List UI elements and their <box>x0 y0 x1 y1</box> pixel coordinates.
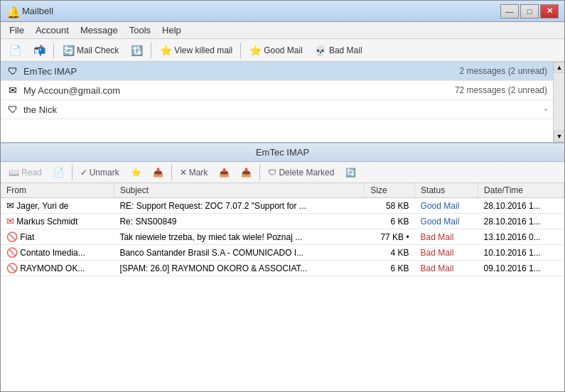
receive-button[interactable]: 📥 <box>148 164 168 181</box>
email-bad-icon: 🚫 <box>6 263 18 273</box>
mark-x-icon: ✕ <box>180 168 187 178</box>
col-header-size[interactable]: Size <box>365 183 415 198</box>
scroll-track[interactable] <box>554 73 564 131</box>
doc-button[interactable]: 📄 <box>48 164 69 181</box>
email-from: 🚫 RAYMOND OK... <box>1 261 114 276</box>
mail-check-label: Mail Check <box>77 45 119 55</box>
account-count-emtec: 2 messages (2 unread) <box>460 66 547 76</box>
email-section: EmTec IMAP 📖 Read 📄 ✓ Unmark ⭐ 📥 <box>1 143 564 391</box>
menu-bar: File Account Message Tools Help <box>1 22 564 39</box>
table-row[interactable]: ✉ Markus Schmidt Re: SNS00849 6 KB Good … <box>1 214 564 229</box>
account-row-nick[interactable]: 🛡 the Nick - <box>1 100 553 119</box>
receive2-icon: 📥 <box>241 168 252 178</box>
unmark-icon: ✓ <box>80 168 87 178</box>
mail-check-icon: 🔄 <box>62 44 75 57</box>
email-size: 77 KB • <box>365 229 415 245</box>
email-table-container[interactable]: From Subject Size Status Date/Time ✉ Jag… <box>1 183 564 391</box>
read-icon: 📖 <box>9 168 19 178</box>
table-row[interactable]: 🚫 Contato Imedia... Banco Santander Bras… <box>1 245 564 261</box>
email-from: 🚫 Contato Imedia... <box>1 245 114 261</box>
email-from: ✉ Markus Schmidt <box>1 214 114 229</box>
table-header-row: From Subject Size Status Date/Time <box>1 183 564 198</box>
col-header-status[interactable]: Status <box>415 183 478 198</box>
menu-tools[interactable]: Tools <box>124 23 156 37</box>
send-button[interactable]: 📤 <box>214 164 235 181</box>
table-row[interactable]: 🚫 RAYMOND OK... [SPAM: 26.0] RAYMOND OKO… <box>1 261 564 276</box>
email-normal-icon: ✉ <box>6 200 14 211</box>
bad-mail-label: Bad Mail <box>329 45 362 55</box>
window-controls: — □ ✕ <box>500 4 559 18</box>
account-row-emtec[interactable]: 🛡 EmTec IMAP 2 messages (2 unread) <box>1 62 553 81</box>
email-bad-icon: 🚫 <box>6 232 18 242</box>
account-icon-emtec: 🛡 <box>6 65 19 77</box>
view-killed-button[interactable]: ⭐ View killed mail <box>154 41 237 60</box>
email-size: 6 KB <box>365 261 415 276</box>
star-button[interactable]: ⭐ <box>126 164 146 181</box>
accounts-scrollbar: ▲ ▼ <box>553 62 564 142</box>
send-receive-icon: 📬 <box>33 44 45 57</box>
minimize-button[interactable]: — <box>500 4 519 18</box>
email-size: 58 KB <box>365 198 415 214</box>
account-row-gmail[interactable]: ✉ My Accoun@gmail.com 72 messages (2 unr… <box>1 81 553 100</box>
email-datetime: 28.10.2016 1... <box>478 198 564 214</box>
email-size: 6 KB <box>365 214 415 229</box>
account-count-gmail: 72 messages (2 unread) <box>455 85 547 95</box>
email-status: Bad Mail <box>415 245 478 261</box>
accounts-panel: 🛡 EmTec IMAP 2 messages (2 unread) ✉ My … <box>1 62 564 143</box>
star-icon: ⭐ <box>131 168 141 178</box>
email-section-title: EmTec IMAP <box>256 147 309 158</box>
col-header-datetime[interactable]: Date/Time <box>478 183 564 198</box>
menu-help[interactable]: Help <box>156 23 187 37</box>
send-receive-button[interactable]: 📬 <box>28 41 50 60</box>
email-status: Bad Mail <box>415 229 478 245</box>
window-title: Mailbell <box>22 6 53 16</box>
email-datetime: 09.10.2016 1... <box>478 261 564 276</box>
email-unread-icon: ✉ <box>6 216 14 227</box>
menu-file[interactable]: File <box>4 23 30 37</box>
app-icon: 🔔 <box>6 6 18 17</box>
scroll-up-button[interactable]: ▲ <box>554 62 564 73</box>
menu-message[interactable]: Message <box>75 23 124 37</box>
mail-check-button[interactable]: 🔄 Mail Check <box>57 41 124 60</box>
scroll-down-button[interactable]: ▼ <box>554 131 564 142</box>
accounts-list: 🛡 EmTec IMAP 2 messages (2 unread) ✉ My … <box>1 62 553 142</box>
col-header-from[interactable]: From <box>1 183 114 198</box>
close-button[interactable]: ✕ <box>540 4 559 18</box>
email-datetime: 10.10.2016 1... <box>478 245 564 261</box>
email-from: 🚫 Fiat <box>1 229 114 245</box>
toolbar-separator-1 <box>53 43 54 58</box>
email-subject: Banco Santander Brasil S.A - COMUNICADO … <box>114 245 364 261</box>
email-from: ✉ Jager, Yuri de <box>1 198 114 214</box>
email-subject: [SPAM: 26.0] RAYMOND OKORO & ASSOCIAT... <box>114 261 364 276</box>
email-datetime: 28.10.2016 1... <box>478 214 564 229</box>
mark-button[interactable]: ✕ Mark <box>175 164 213 181</box>
col-header-subject[interactable]: Subject <box>114 183 364 198</box>
table-row[interactable]: ✉ Jager, Yuri de RE: Support Request: ZO… <box>1 198 564 214</box>
email-datetime: 13.10.2016 0... <box>478 229 564 245</box>
view-killed-label: View killed mail <box>174 45 232 55</box>
account-name-gmail: My Accoun@gmail.com <box>23 85 455 96</box>
read-button[interactable]: 📖 Read <box>4 164 47 181</box>
account-name-emtec: EmTec IMAP <box>23 66 460 77</box>
table-row[interactable]: 🚫 Fiat Tak niewiele trzeba, by mieć tak … <box>1 229 564 245</box>
reload-button[interactable]: 🔄 <box>340 164 361 181</box>
delete-marked-button[interactable]: 🛡 Delete Marked <box>263 164 339 181</box>
doc-icon: 📄 <box>53 168 64 178</box>
good-mail-button[interactable]: ⭐ Good Mail <box>244 41 308 60</box>
menu-account[interactable]: Account <box>30 23 75 37</box>
delete-marked-label: Delete Marked <box>279 168 334 178</box>
email-status: Good Mail <box>415 198 478 214</box>
unmark-button[interactable]: ✓ Unmark <box>75 164 124 181</box>
email-section-header: EmTec IMAP <box>1 143 564 162</box>
refresh-button[interactable]: 🔃 <box>125 41 148 60</box>
receive2-button[interactable]: 📥 <box>236 164 257 181</box>
title-bar: 🔔 Mailbell — □ ✕ <box>1 1 564 22</box>
email-subject: Re: SNS00849 <box>114 214 364 229</box>
mark-label: Mark <box>189 168 208 178</box>
bad-mail-button[interactable]: 💀 Bad Mail <box>309 41 367 60</box>
email-subject: RE: Support Request: ZOC 7.07.2 "Support… <box>114 198 364 214</box>
good-mail-label: Good Mail <box>264 45 303 55</box>
toolbar-separator-3 <box>240 43 241 58</box>
new-mail-button[interactable]: 📄 <box>4 41 26 60</box>
maximize-button[interactable]: □ <box>520 4 539 18</box>
